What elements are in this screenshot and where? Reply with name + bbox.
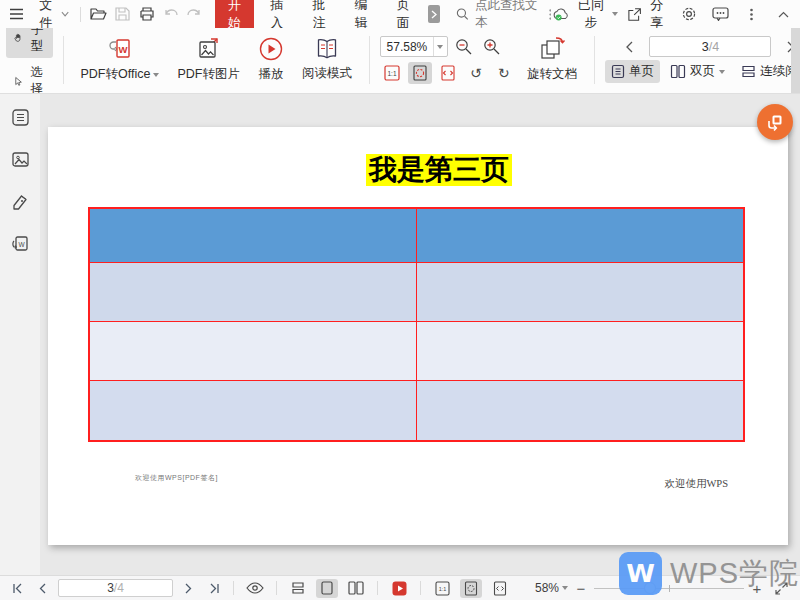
rotate-document-button[interactable]: 旋转文档 [520, 33, 584, 86]
more-options-button[interactable] [741, 3, 762, 25]
document-canvas[interactable]: 我是第三页 欢迎使用WPS[PDF签名] 欢迎使用WPS [40, 94, 800, 575]
play-slideshow-button[interactable] [388, 579, 410, 598]
slider-thumb[interactable] [644, 582, 656, 594]
page-navigation: 3/4 单页 双页 连续阅读 [605, 36, 800, 83]
caret-down-icon [562, 586, 568, 590]
table-row [90, 322, 743, 381]
zoom-percent-button[interactable]: 58% [535, 581, 568, 595]
prev-page-button[interactable] [619, 37, 639, 57]
thumbnail-panel-button[interactable] [7, 146, 33, 172]
reading-mode-label: 阅读模式 [302, 65, 352, 82]
one-to-one-icon: 1:1 [383, 64, 401, 82]
outline-panel-button[interactable] [7, 104, 33, 130]
document-title: 我是第三页 [48, 154, 788, 186]
double-page-button[interactable]: 双页 [664, 60, 731, 83]
convert-float-button[interactable] [757, 104, 793, 140]
undo-button[interactable] [159, 3, 181, 25]
zoom-combo-caret[interactable] [433, 37, 447, 56]
fit-width-button-status[interactable] [489, 579, 511, 598]
toolbar-edge-handle[interactable] [791, 28, 800, 93]
redo-button[interactable] [183, 3, 205, 25]
next-page-button-status[interactable] [180, 579, 198, 597]
continuous-view-button[interactable] [287, 579, 309, 598]
pointer-tools: 手型 选择 [6, 28, 53, 94]
hand-tool-button[interactable]: 手型 [6, 28, 53, 58]
zoom-in-button[interactable] [480, 36, 504, 58]
zoom-percent-value: 58% [535, 581, 559, 595]
divider [80, 7, 81, 22]
rotate-left-button[interactable]: ↺ [464, 62, 488, 84]
double-page-label: 双页 [690, 63, 715, 80]
fit-width-button[interactable] [436, 62, 460, 84]
divider [233, 581, 234, 595]
eye-icon [246, 582, 264, 594]
first-page-button[interactable] [8, 579, 26, 597]
continuous-reading-icon [741, 64, 756, 79]
pdf-to-image-button[interactable]: PDF转图片 [170, 33, 247, 86]
rotate-document-label: 旋转文档 [527, 66, 577, 83]
highlighted-title-text: 我是第三页 [366, 154, 512, 186]
one-to-one-label: 1:1 [387, 70, 396, 77]
feedback-button[interactable] [710, 3, 731, 25]
settings-button[interactable] [678, 3, 699, 25]
doc-export-icon: W [11, 234, 30, 253]
book-icon [313, 37, 341, 61]
table-cell [90, 209, 417, 263]
single-page-label: 单页 [629, 63, 654, 80]
play-label: 播放 [258, 66, 283, 83]
single-page-button[interactable]: 单页 [605, 60, 660, 83]
slider-notch [669, 585, 670, 592]
svg-text:W: W [18, 240, 25, 247]
select-tool-button[interactable]: 选择 [6, 61, 53, 94]
zoom-level-combo[interactable]: 57.58% [380, 36, 448, 57]
comment-icon [712, 7, 729, 21]
save-button[interactable] [112, 3, 134, 25]
pdf-to-office-button[interactable]: W PDF转Office [74, 33, 167, 86]
actual-size-button-status[interactable]: 1:1 [431, 579, 453, 598]
fit-page-button[interactable] [408, 62, 432, 84]
page-number-input-status[interactable]: 3/4 [58, 579, 173, 597]
actual-size-button[interactable]: 1:1 [380, 62, 404, 84]
page-total: /4 [114, 581, 124, 595]
page-number-input[interactable]: 3/4 [649, 36, 771, 57]
zoom-out-button-status[interactable]: − [574, 581, 588, 596]
last-page-button[interactable] [205, 579, 223, 597]
main-menu-button[interactable] [6, 3, 28, 25]
divider [276, 581, 277, 595]
caret-down-icon [719, 70, 725, 74]
collapse-toolbar-button[interactable] [773, 3, 794, 25]
zoom-slider[interactable] [594, 581, 744, 595]
prev-page-button-status[interactable] [33, 579, 51, 597]
tab-overflow-button[interactable] [428, 5, 440, 23]
zoom-out-button[interactable] [452, 36, 476, 58]
search-box[interactable]: 点此查找文本 [456, 0, 551, 31]
hand-icon [13, 30, 23, 46]
open-file-button[interactable] [88, 3, 110, 25]
fit-width-icon [493, 581, 507, 596]
statusbar: 3/4 1:1 58% − [0, 575, 800, 600]
pdf-to-image-label: PDF转图片 [177, 66, 240, 83]
folder-open-icon [90, 7, 107, 21]
reading-mode-button[interactable]: 阅读模式 [295, 34, 359, 85]
fit-page-button-status[interactable] [460, 579, 482, 598]
rotate-right-button[interactable]: ↻ [492, 62, 516, 84]
eye-protection-button[interactable] [244, 579, 266, 598]
undo-icon [163, 8, 178, 20]
page-footer-left: 欢迎使用WPS[PDF签名] [135, 473, 218, 483]
divider [369, 36, 370, 84]
print-button[interactable] [136, 3, 158, 25]
zoom-out-icon [455, 38, 472, 55]
divider [63, 36, 64, 84]
caret-down-icon [612, 12, 618, 16]
double-page-view-button[interactable] [345, 579, 367, 598]
annotation-panel-button[interactable] [7, 188, 33, 214]
redo-icon [187, 8, 202, 20]
table-row [90, 209, 743, 263]
fullscreen-button[interactable] [770, 579, 792, 598]
play-button[interactable]: 播放 [251, 33, 291, 86]
pdf-page: 我是第三页 欢迎使用WPS[PDF签名] 欢迎使用WPS [48, 127, 788, 545]
single-page-view-button[interactable] [316, 579, 338, 598]
table-cell [90, 322, 417, 381]
export-doc-panel-button[interactable]: W [7, 230, 33, 256]
zoom-in-button-status[interactable]: + [750, 581, 764, 596]
